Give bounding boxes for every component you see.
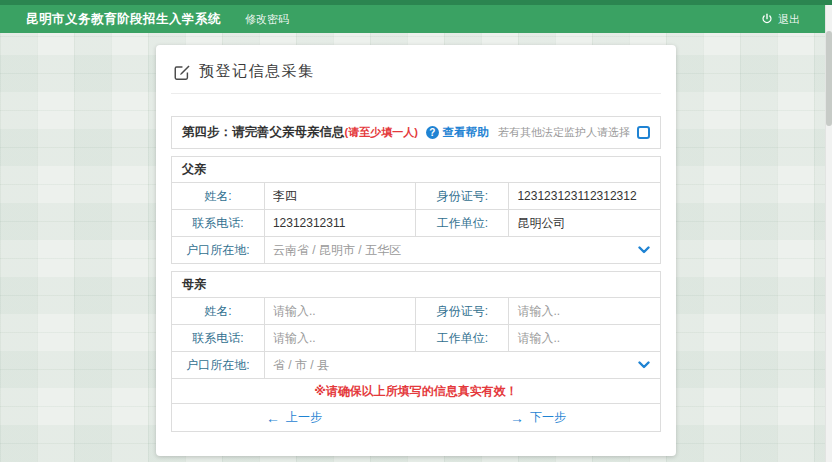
father-name-cell (264, 183, 416, 210)
father-id-label: 身份证号: (416, 183, 509, 210)
chevron-down-icon (638, 361, 650, 369)
next-step-cell: → 下一步 (416, 404, 661, 432)
help-label: 查看帮助 (443, 125, 489, 140)
main-card: 预登记信息采集 第四步：请完善父亲母亲信息 (请至少填一人) ? 查看帮助 若有… (156, 45, 676, 456)
chevron-down-icon (638, 246, 650, 254)
edit-icon (173, 63, 191, 81)
next-step-button[interactable]: → 下一步 (510, 409, 566, 426)
mother-work-label: 工作单位: (416, 325, 509, 352)
father-work-label: 工作单位: (416, 210, 509, 237)
father-residence-value: 云南省 / 昆明市 / 五华区 (273, 242, 401, 259)
father-name-input[interactable] (273, 189, 408, 203)
table-row: 户口所在地: 云南省 / 昆明市 / 五华区 (172, 237, 661, 264)
prev-step-label: 上一步 (286, 409, 322, 426)
card-header: 预登记信息采集 (171, 59, 661, 94)
mother-phone-cell (264, 325, 416, 352)
father-phone-input[interactable] (273, 216, 408, 230)
app-title: 昆明市义务教育阶段招生入学系统 (26, 11, 221, 28)
father-section-title: 父亲 (172, 157, 661, 183)
step-header-right: 若有其他法定监护人请选择 (498, 125, 650, 140)
warning-text: ※请确保以上所填写的信息真实有效！ (172, 379, 661, 404)
table-row: 户口所在地: 省 / 市 / 县 (172, 352, 661, 379)
step-nav-row: ← 上一步 → 下一步 (172, 404, 661, 432)
father-id-input[interactable] (517, 189, 652, 203)
arrow-left-icon: ← (266, 411, 280, 425)
mother-residence-select[interactable]: 省 / 市 / 县 (273, 357, 652, 374)
scrollbar-thumb[interactable] (826, 31, 832, 126)
mother-residence-value: 省 / 市 / 县 (273, 357, 329, 374)
father-name-label: 姓名: (172, 183, 265, 210)
father-residence-cell: 云南省 / 昆明市 / 五华区 (264, 237, 660, 264)
table-row: 联系电话: 工作单位: (172, 325, 661, 352)
help-link[interactable]: ? 查看帮助 (426, 125, 489, 140)
table-row: 联系电话: 工作单位: (172, 210, 661, 237)
help-icon: ? (426, 126, 439, 139)
guardian-checkbox[interactable] (637, 126, 650, 139)
table-row: 姓名: 身份证号: (172, 183, 661, 210)
father-work-input[interactable] (517, 216, 652, 230)
father-phone-cell (264, 210, 416, 237)
mother-name-input[interactable] (273, 304, 408, 318)
power-icon (761, 13, 773, 25)
mother-section-title: 母亲 (172, 272, 661, 298)
change-password-link[interactable]: 修改密码 (245, 12, 289, 27)
step-header: 第四步：请完善父亲母亲信息 (请至少填一人) ? 查看帮助 若有其他法定监护人请… (171, 116, 661, 149)
father-phone-label: 联系电话: (172, 210, 265, 237)
next-step-label: 下一步 (530, 409, 566, 426)
father-id-cell (509, 183, 661, 210)
logout-button[interactable]: 退出 (761, 12, 800, 27)
father-residence-select[interactable]: 云南省 / 昆明市 / 五华区 (273, 242, 652, 259)
prev-step-cell: ← 上一步 (172, 404, 416, 432)
navbar: 昆明市义务教育阶段招生入学系统 修改密码 退出 (0, 5, 832, 33)
step-note: (请至少填一人) (345, 125, 418, 140)
mother-name-label: 姓名: (172, 298, 265, 325)
step-title: 第四步：请完善父亲母亲信息 (182, 124, 345, 141)
prev-step-button[interactable]: ← 上一步 (266, 409, 322, 426)
arrow-right-icon: → (510, 411, 524, 425)
logout-label: 退出 (778, 12, 800, 27)
mother-name-cell (264, 298, 416, 325)
mother-work-input[interactable] (517, 331, 652, 345)
mother-section-row: 母亲 (172, 272, 661, 298)
mother-residence-cell: 省 / 市 / 县 (264, 352, 660, 379)
mother-phone-label: 联系电话: (172, 325, 265, 352)
guardian-hint: 若有其他法定监护人请选择 (498, 125, 630, 140)
father-section-row: 父亲 (172, 157, 661, 183)
mother-phone-input[interactable] (273, 331, 408, 345)
mother-id-label: 身份证号: (416, 298, 509, 325)
mother-id-input[interactable] (517, 304, 652, 318)
warning-row: ※请确保以上所填写的信息真实有效！ (172, 379, 661, 404)
father-work-cell (509, 210, 661, 237)
step-header-left: 第四步：请完善父亲母亲信息 (请至少填一人) ? 查看帮助 (182, 124, 489, 141)
father-residence-label: 户口所在地: (172, 237, 265, 264)
mother-table: 母亲 姓名: 身份证号: 联系电话: 工作单位: 户口所在地: 省 / 市 / … (171, 271, 661, 432)
mother-work-cell (509, 325, 661, 352)
scrollbar[interactable] (825, 5, 832, 462)
father-table: 父亲 姓名: 身份证号: 联系电话: 工作单位: 户口所在地: 云南省 / 昆明… (171, 156, 661, 264)
page-title: 预登记信息采集 (199, 62, 315, 81)
table-row: 姓名: 身份证号: (172, 298, 661, 325)
mother-id-cell (509, 298, 661, 325)
mother-residence-label: 户口所在地: (172, 352, 265, 379)
